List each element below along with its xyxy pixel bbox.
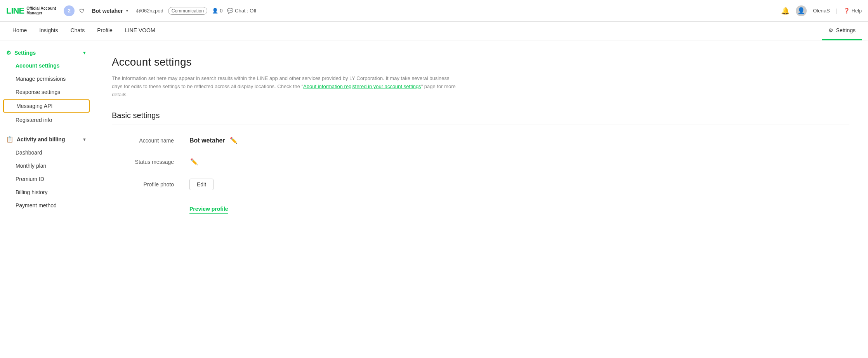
main-layout: ⚙ Settings ▼ Account settings Manage per… — [0, 40, 868, 358]
settings-chevron-icon: ▼ — [82, 50, 87, 55]
shield-icon: 🛡 — [79, 8, 85, 14]
bot-name-button[interactable]: Bot wetaher ▼ — [89, 6, 131, 16]
top-header: LINE Official AccountManager 2 🛡 Bot wet… — [0, 0, 868, 22]
line-logo: LINE — [6, 6, 24, 16]
account-name-edit-icon-button[interactable]: ✏️ — [229, 136, 238, 145]
communication-badge: Communication — [168, 7, 207, 15]
nav-item-chats[interactable]: Chats — [64, 22, 91, 40]
settings-gear-icon-sidebar: ⚙ — [6, 50, 11, 56]
nav-item-profile[interactable]: Profile — [91, 22, 119, 40]
account-name-value: Bot wetaher ✏️ — [189, 136, 238, 145]
settings-gear-icon: ⚙ — [828, 27, 833, 33]
user-avatar: 👤 — [796, 5, 807, 16]
help-icon: ❓ — [844, 8, 850, 14]
account-info-link[interactable]: About information registered in your acc… — [303, 83, 421, 89]
billing-section-title: 📋 Activity and billing — [6, 136, 65, 143]
status-message-row: Status message ✏️ — [112, 157, 849, 166]
sidebar-item-response-settings[interactable]: Response settings — [0, 85, 93, 99]
content-area: Account settings The information set her… — [93, 40, 868, 358]
nav-bar: Home Insights Chats Profile LINE VOOM ⚙ … — [0, 22, 868, 40]
notification-bell-button[interactable]: 🔔 — [781, 7, 790, 15]
sidebar-item-messaging-api[interactable]: Messaging API — [3, 99, 90, 113]
nav-settings-label: Settings — [836, 27, 856, 33]
chat-icon: 💬 — [227, 8, 233, 14]
profile-photo-value: Edit — [189, 179, 214, 190]
bot-name-label: Bot wetaher — [92, 8, 123, 14]
bot-dropdown-chevron-icon: ▼ — [125, 9, 129, 13]
settings-section-header[interactable]: ⚙ Settings ▼ — [0, 47, 93, 59]
nav-item-insights[interactable]: Insights — [33, 22, 64, 40]
sidebar: ⚙ Settings ▼ Account settings Manage per… — [0, 40, 93, 358]
followers-icon: 👤 — [212, 8, 218, 14]
nav-item-line-voom[interactable]: LINE VOOM — [119, 22, 161, 40]
billing-section-header[interactable]: 📋 Activity and billing ▼ — [0, 133, 93, 146]
followers-count: 👤 0 — [212, 8, 222, 14]
pencil-icon: ✏️ — [230, 137, 238, 144]
account-name-text: Bot wetaher — [189, 137, 225, 144]
page-description: The information set here may appear in s… — [112, 75, 461, 99]
preview-profile-link[interactable]: Preview profile — [189, 206, 228, 214]
profile-photo-row: Profile photo Edit — [112, 179, 849, 190]
account-name-label: Account name — [112, 137, 189, 144]
status-message-value: ✏️ — [189, 157, 199, 166]
sidebar-item-premium-id[interactable]: Premium ID — [0, 172, 93, 186]
logo-area: LINE Official AccountManager — [6, 6, 56, 16]
header-right-actions: 🔔 👤 OlenaS | ❓ Help — [781, 5, 862, 16]
sidebar-item-manage-permissions[interactable]: Manage permissions — [0, 72, 93, 85]
sidebar-item-monthly-plan[interactable]: Monthly plan — [0, 159, 93, 172]
status-message-edit-icon-button[interactable]: ✏️ — [189, 157, 199, 166]
sidebar-item-payment-method[interactable]: Payment method — [0, 199, 93, 212]
account-id-label: @062nzpod — [136, 8, 163, 14]
nav-item-home[interactable]: Home — [6, 22, 33, 40]
billing-icon: 📋 — [6, 136, 14, 143]
profile-photo-label: Profile photo — [112, 181, 189, 188]
divider: | — [836, 8, 838, 14]
billing-chevron-icon: ▼ — [82, 137, 87, 142]
page-title: Account settings — [112, 56, 849, 68]
nav-settings-link[interactable]: ⚙ Settings — [822, 22, 862, 40]
user-name-label: OlenaS — [813, 8, 830, 14]
sidebar-item-billing-history[interactable]: Billing history — [0, 186, 93, 199]
help-button[interactable]: ❓ Help — [844, 8, 862, 14]
logo-subtitle: Official AccountManager — [26, 6, 56, 16]
basic-settings-title: Basic settings — [112, 111, 849, 125]
avatar-icon: 👤 — [797, 7, 805, 14]
sidebar-item-registered-info[interactable]: Registered info — [0, 113, 93, 127]
sidebar-item-dashboard[interactable]: Dashboard — [0, 146, 93, 159]
account-name-row: Account name Bot wetaher ✏️ — [112, 136, 849, 145]
status-message-label: Status message — [112, 159, 189, 165]
account-number-badge: 2 — [64, 5, 75, 16]
chat-status-label: 💬 Chat : Off — [227, 8, 256, 14]
user-name-button[interactable]: OlenaS — [813, 8, 830, 14]
pencil-icon-status: ✏️ — [190, 158, 198, 165]
sidebar-item-account-settings[interactable]: Account settings — [0, 59, 93, 72]
profile-photo-edit-button[interactable]: Edit — [189, 179, 214, 190]
settings-section-title: ⚙ Settings — [6, 50, 36, 56]
bell-icon: 🔔 — [781, 7, 790, 15]
